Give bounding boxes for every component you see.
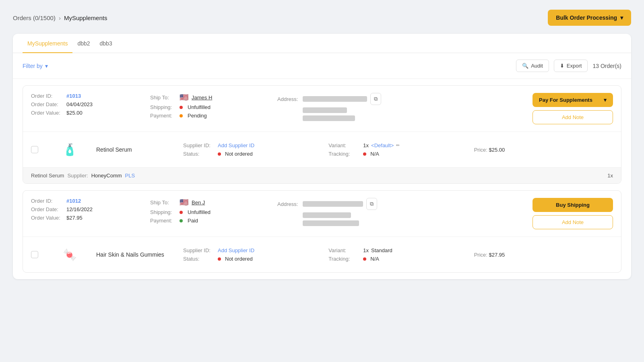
supplier-id-label: Supplier ID: xyxy=(183,247,215,253)
order-value: $27.95 xyxy=(66,215,83,221)
product-image: 🧴 xyxy=(58,138,82,162)
breadcrumb-orders[interactable]: Orders (0/1500) xyxy=(13,14,56,21)
chevron-down-icon: ▾ xyxy=(620,14,623,21)
order-date: 04/04/2023 xyxy=(66,101,93,107)
filter-label: Filter by xyxy=(23,63,43,69)
order-count: 13 Order(s) xyxy=(592,63,621,69)
product-image: 🍬 xyxy=(58,243,82,267)
tab-dbb3[interactable]: dbb3 xyxy=(95,34,117,53)
order-id-label: Order ID: xyxy=(31,93,63,99)
shipping-status: Unfulfilled xyxy=(188,104,211,110)
address-line2: REDACTED xyxy=(303,107,347,113)
shipping-status-dot xyxy=(180,106,183,109)
add-note-button[interactable]: Add Note xyxy=(533,110,613,124)
export-icon: ⬇ xyxy=(560,63,564,69)
export-button[interactable]: ⬇ Export xyxy=(554,60,588,72)
tab-dbb2[interactable]: dbb2 xyxy=(72,34,95,53)
shipping-label: Shipping: xyxy=(150,209,176,215)
add-note-button[interactable]: Add Note xyxy=(533,215,613,229)
copy-address-button[interactable]: ⧉ xyxy=(366,198,377,210)
address-label: Address: xyxy=(277,201,299,207)
supplier-product-name: Retinol Serum xyxy=(31,173,64,179)
order-id-label: Order ID: xyxy=(31,198,63,204)
supplier-id-label: Supplier ID: xyxy=(183,142,215,148)
chevron-down-icon: ▾ xyxy=(604,97,607,103)
supplier-link[interactable]: PLS xyxy=(125,173,135,179)
address-line3: REDACTED xyxy=(303,220,359,226)
product-name: Retinol Serum xyxy=(96,146,177,153)
pay-supplements-label: Pay For Supplements xyxy=(539,97,592,103)
audit-button[interactable]: 🔍 Audit xyxy=(516,60,549,72)
order-date: 12/16/2022 xyxy=(66,206,93,212)
product-row: 🍬 Hair Skin & Nails Gummies Supplier ID:… xyxy=(23,237,621,272)
audit-label: Audit xyxy=(531,63,543,69)
address-line2: REDACTED xyxy=(303,212,351,218)
payment-status-dot xyxy=(180,219,183,222)
address-col: Address: REDACTED ⧉ REDACTED REDACTED xyxy=(277,93,526,121)
edit-icon[interactable]: ✏ xyxy=(396,143,400,148)
search-icon: 🔍 xyxy=(522,63,528,69)
ship-meta: Ship To: 🇺🇸 Ben J Shipping: Unfulfilled … xyxy=(150,198,271,224)
flag-icon: 🇺🇸 xyxy=(180,198,188,207)
variant-qty: 1x xyxy=(363,142,369,148)
order-actions: Pay For Supplements ▾ Add Note xyxy=(533,93,613,124)
payment-status: Paid xyxy=(188,218,198,224)
order-header: Order ID: #1012 Order Date: 12/16/2022 O… xyxy=(23,191,621,237)
add-supplier-id-link[interactable]: Add Supplier ID xyxy=(218,247,254,253)
filter-by-button[interactable]: Filter by ▾ xyxy=(23,63,48,69)
buy-shipping-button[interactable]: Buy Shipping xyxy=(533,198,613,212)
orders-list: Order ID: #1013 Order Date: 04/04/2023 O… xyxy=(13,79,631,279)
main-card: MySupplements dbb2 dbb3 Filter by ▾ 🔍 Au… xyxy=(13,34,631,279)
shipping-status: Unfulfilled xyxy=(188,209,211,215)
product-status-dot xyxy=(218,152,221,156)
payment-label: Payment: xyxy=(150,113,176,119)
breadcrumb-separator: › xyxy=(59,14,61,21)
export-label: Export xyxy=(567,63,582,69)
ship-to-label: Ship To: xyxy=(150,200,176,206)
address-label: Address: xyxy=(277,96,299,102)
address-line3: REDACTED xyxy=(303,115,355,121)
order-value: $25.00 xyxy=(66,110,83,116)
flag-icon: 🇺🇸 xyxy=(180,93,188,102)
payment-status: Pending xyxy=(188,113,207,119)
chevron-down-icon: ▾ xyxy=(45,63,48,69)
ship-name[interactable]: James H xyxy=(192,95,212,101)
shipping-status-dot xyxy=(180,211,183,214)
product-checkbox[interactable] xyxy=(31,251,38,258)
address-line1: REDACTED xyxy=(303,96,367,102)
tab-mysupplements[interactable]: MySupplements xyxy=(23,34,72,53)
order-card: Order ID: #1012 Order Date: 12/16/2022 O… xyxy=(23,190,621,273)
supplier-left: Retinol Serum Supplier: HoneyComm PLS xyxy=(31,173,135,179)
order-actions: Buy Shipping Add Note xyxy=(533,198,613,229)
pay-for-supplements-button[interactable]: Pay For Supplements ▾ xyxy=(533,93,613,107)
order-value-label: Order Value: xyxy=(31,110,63,116)
order-card: Order ID: #1013 Order Date: 04/04/2023 O… xyxy=(23,85,621,184)
status-label: Status: xyxy=(183,256,215,262)
ship-meta: Ship To: 🇺🇸 James H Shipping: Unfulfille… xyxy=(150,93,271,119)
price-label: Price: xyxy=(474,252,489,258)
ship-name[interactable]: Ben J xyxy=(192,200,205,206)
tabs-row: MySupplements dbb2 dbb3 xyxy=(13,34,631,53)
price-value: $27.95 xyxy=(489,252,505,258)
supplier-bar: Retinol Serum Supplier: HoneyComm PLS 1x xyxy=(23,167,621,183)
tracking-label: Tracking: xyxy=(328,151,361,157)
variant-label: Variant: xyxy=(328,142,361,148)
order-id-link[interactable]: #1013 xyxy=(66,93,81,99)
tracking-status-dot xyxy=(363,152,366,156)
order-meta: Order ID: #1012 Order Date: 12/16/2022 O… xyxy=(31,198,144,221)
variant-value: <Default> xyxy=(371,142,394,148)
order-header: Order ID: #1013 Order Date: 04/04/2023 O… xyxy=(23,86,621,132)
order-date-label: Order Date: xyxy=(31,206,63,212)
tracking-label: Tracking: xyxy=(328,256,361,262)
price-value: $25.00 xyxy=(489,147,505,153)
add-supplier-id-link[interactable]: Add Supplier ID xyxy=(218,142,254,148)
payment-status-dot xyxy=(180,114,183,117)
product-checkbox[interactable] xyxy=(31,146,38,153)
copy-address-button[interactable]: ⧉ xyxy=(370,93,381,105)
bulk-order-button[interactable]: Bulk Order Processing ▾ xyxy=(548,10,631,26)
variant-qty: 1x xyxy=(363,247,369,253)
price-col: Price: $25.00 xyxy=(474,147,613,153)
product-status-dot xyxy=(218,257,221,261)
order-id-link[interactable]: #1012 xyxy=(66,198,81,204)
payment-label: Payment: xyxy=(150,218,176,224)
